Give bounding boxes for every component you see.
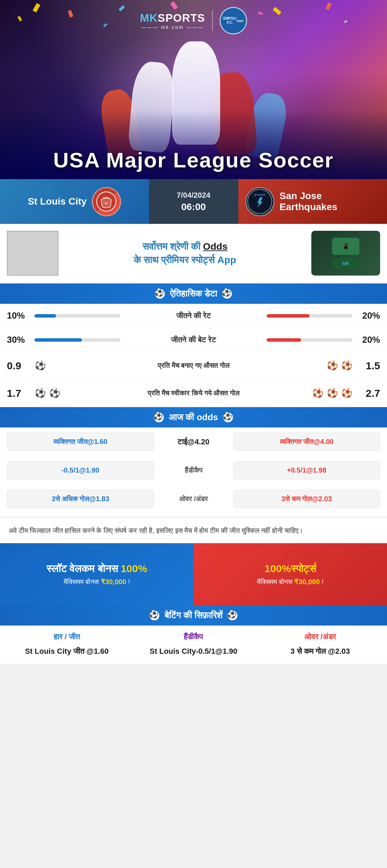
win-rate-left-bar: [34, 314, 120, 318]
bet-rate-row: 30% जीतने की बेट रेट 20%: [0, 328, 387, 352]
bet-card-2: हैंडीकैप St Louis City-0.5/1@1.90: [133, 632, 253, 657]
betting-title: बेटिंग की सिफ़ारिशें: [164, 610, 223, 621]
brand-logo: MKSPORTS: [140, 12, 205, 24]
bet-card-1: हार / जीत St Louis City जीत @1.60: [7, 632, 127, 657]
sports-bonus-title: 100%स्पोर्ट्स: [265, 563, 316, 575]
tie-odds[interactable]: टाई@4.20: [159, 437, 228, 446]
bet-value-3: 3 से कम गोल @2.03: [290, 645, 350, 657]
sports-bonus-sub: मैक्सिमम बोनस ₹30,000 !: [257, 578, 323, 586]
slot-bonus[interactable]: स्लॉट वेलकम बोनस 100% मैक्सिमम बोनस ₹30,…: [0, 543, 194, 605]
odds-section: आज की odds व्यक्तिगत जीत@1.60 टाई@4.20 व…: [0, 407, 387, 517]
home-handicap-btn[interactable]: -0.5/1@1.90: [7, 461, 154, 479]
goals-conceded-left-icons: ⚽ ⚽: [34, 388, 76, 399]
away-win-odds-btn[interactable]: व्यक्तिगत जीत@4.00: [233, 433, 380, 451]
bet-rate-left-fill: [34, 338, 82, 342]
hero-banner: MKSPORTS ——— mk.com ——— EMPOLIF.C. 1920 …: [0, 0, 387, 179]
betting-cards-grid: हार / जीत St Louis City जीत @1.60 हैंडीक…: [0, 626, 387, 664]
goals-scored-label: प्रति मैच बनाए गए औसत गोल: [83, 362, 304, 370]
win-rate-right-bar: [267, 314, 353, 318]
bet-rate-right-fill: [267, 338, 301, 342]
soccer-icon-right: [222, 289, 232, 299]
win-rate-row: 10% जीतने की रेट 20%: [0, 304, 387, 328]
historical-header: ऐतिहासिक डेटा: [0, 283, 387, 304]
promo-image-placeholder: [7, 231, 58, 276]
ou-odds-row: 3से अधिक गोल@1.83 ओवर /अंडर 3से कम गोल@2…: [0, 485, 387, 513]
away-team-badge: QUAKES: [245, 187, 275, 216]
blue-ball-icon: ⚽: [34, 360, 46, 372]
bonus-section[interactable]: स्लॉट वेलकम बोनस 100% मैक्सिमम बोनस ₹30,…: [0, 543, 387, 605]
red-ball-icon-2: ⚽: [341, 360, 353, 372]
bet-card-3: ओवर /अंडर 3 से कम गोल @2.03: [260, 632, 380, 657]
hero-title: USA Major League Soccer: [0, 148, 387, 172]
home-team-badge: CITY SC: [92, 187, 121, 216]
goals-conceded-label: प्रति मैच स्वीकार किये गये औसत गोल: [83, 389, 304, 397]
goals-scored-right-icons: ⚽ ⚽: [311, 360, 353, 372]
win-rate-right-value: 20%: [353, 310, 380, 321]
over-btn[interactable]: 3से अधिक गोल@1.83: [7, 490, 154, 508]
soccer-icon-left: [155, 289, 165, 299]
betting-soccer-left: [150, 611, 159, 620]
odds-title: आज की odds: [169, 412, 218, 423]
analysis-section: अवे टीम फिलहाल जीत हासिल करने के लिए संघ…: [0, 517, 387, 543]
app-mockup: 📱 MK: [311, 231, 380, 276]
under-btn[interactable]: 3से कम गोल@2.03: [233, 490, 380, 508]
goals-conceded-right-value: 2.7: [353, 388, 380, 399]
win-rate-left-value: 10%: [7, 310, 34, 321]
betting-section: बेटिंग की सिफ़ारिशें हार / जीत St Louis …: [0, 605, 387, 664]
bet-rate-left-bar: [34, 338, 120, 342]
home-team-name: St Louis City: [28, 196, 87, 207]
handicap-label: हैंडीकैप: [159, 466, 228, 474]
goals-scored-left-icons: ⚽: [34, 360, 76, 372]
svg-text:SC: SC: [105, 202, 108, 205]
promo-banner[interactable]: सर्वोत्तम श्रेणी की Odds के साथ प्रीमियर…: [0, 224, 387, 283]
odds-soccer-right: [223, 413, 233, 422]
svg-text:QUAKES: QUAKES: [254, 193, 266, 196]
goals-scored-row: 0.9 ⚽ प्रति मैच बनाए गए औसत गोल ⚽ ⚽ 1.5: [0, 352, 387, 380]
historical-section: ऐतिहासिक डेटा 10% जीतने की रेट 20% 30% ज…: [0, 283, 387, 407]
red-ball-r2: ⚽: [326, 388, 338, 399]
away-team-name: San Jose Earthquakes: [280, 190, 380, 213]
analysis-text: अवे टीम फिलहाल जीत हासिल करने के लिए संघ…: [9, 525, 378, 536]
match-header: St Louis City CITY SC 7/04/2024 06:00 QU…: [0, 179, 387, 224]
win-rate-right-fill: [267, 314, 310, 318]
red-ball-r1: ⚽: [312, 388, 324, 399]
betting-soccer-right: [228, 611, 237, 620]
goals-scored-right-value: 1.5: [353, 360, 380, 372]
red-ball-icon-1: ⚽: [326, 360, 338, 372]
home-team-section: St Louis City CITY SC: [0, 179, 149, 224]
away-handicap-btn[interactable]: +0.5/1@1.98: [233, 461, 380, 479]
win-rate-label: जीतने की रेट: [127, 311, 260, 320]
slot-bonus-sub: मैक्सिमम बोनस ₹30,000 !: [64, 578, 130, 586]
sports-bonus[interactable]: 100%स्पोर्ट्स मैक्सिमम बोनस ₹30,000 !: [194, 543, 387, 605]
home-win-odds-btn[interactable]: व्यक्तिगत जीत@1.60: [7, 433, 154, 451]
ou-label: ओवर /अंडर: [159, 495, 228, 503]
bet-type-3: ओवर /अंडर: [304, 632, 336, 641]
goals-conceded-row: 1.7 ⚽ ⚽ प्रति मैच स्वीकार किये गये औसत ग…: [0, 380, 387, 407]
bet-rate-label: जीतने की बेट रेट: [127, 335, 260, 344]
slot-bonus-title: स्लॉट वेलकम बोनस 100%: [46, 563, 147, 575]
logo-divider: [212, 10, 213, 31]
blue-ball-1: ⚽: [34, 388, 46, 399]
goals-conceded-left-value: 1.7: [7, 388, 34, 399]
handicap-odds-row: -0.5/1@1.90 हैंडीकैप +0.5/1@1.98: [0, 456, 387, 485]
promo-text: सर्वोत्तम श्रेणी की Odds के साथ प्रीमियर…: [65, 240, 304, 267]
win-rate-left-fill: [34, 314, 56, 318]
goals-scored-left-value: 0.9: [7, 360, 34, 372]
match-center: 7/04/2024 06:00: [149, 179, 238, 224]
match-date: 7/04/2024: [177, 191, 211, 200]
odds-header: आज की odds: [0, 407, 387, 427]
historical-title: ऐतिहासिक डेटा: [170, 288, 217, 299]
bet-type-2: हैंडीकैप: [184, 632, 203, 641]
bet-rate-left-value: 30%: [7, 334, 34, 345]
odds-soccer-left: [154, 413, 164, 422]
bet-rate-right-bar: [267, 338, 353, 342]
bet-type-1: हार / जीत: [54, 632, 80, 641]
match-time: 06:00: [181, 202, 206, 213]
goals-conceded-right-icons: ⚽ ⚽ ⚽: [311, 388, 353, 399]
blue-ball-2: ⚽: [49, 388, 61, 399]
away-team-section: QUAKES San Jose Earthquakes: [238, 179, 387, 224]
bet-value-1: St Louis City जीत @1.60: [25, 645, 109, 657]
betting-header: बेटिंग की सिफ़ारिशें: [0, 605, 387, 626]
bet-value-2: St Louis City-0.5/1@1.90: [150, 645, 237, 657]
red-ball-r3: ⚽: [341, 388, 353, 399]
